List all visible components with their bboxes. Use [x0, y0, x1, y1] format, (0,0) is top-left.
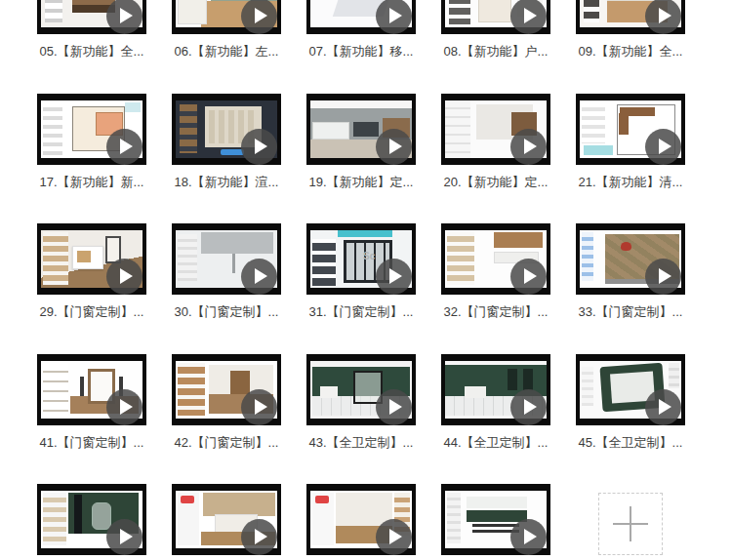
video-thumbnail[interactable]	[576, 0, 685, 34]
video-title: 29.【门窗定制】...	[37, 304, 146, 320]
play-icon	[510, 0, 547, 34]
video-thumbnail[interactable]	[306, 354, 416, 425]
video-card[interactable]: 20.【新功能】定...	[441, 94, 550, 224]
play-icon	[645, 0, 681, 34]
video-thumbnail[interactable]	[172, 0, 281, 34]
video-grid: 05.【新功能】全... 06.【新功能】左... 07.【新功能】移... 0…	[37, 0, 685, 560]
video-title: 06.【新功能】左...	[172, 44, 281, 60]
video-thumbnail[interactable]	[37, 223, 146, 295]
play-icon	[376, 259, 412, 295]
video-thumbnail[interactable]	[576, 223, 685, 295]
video-thumbnail[interactable]	[441, 0, 550, 34]
video-thumbnail[interactable]	[441, 354, 550, 425]
video-title: 43.【全卫定制】...	[306, 435, 416, 451]
video-thumbnail[interactable]	[37, 484, 146, 555]
video-title: 08.【新功能】户...	[441, 44, 550, 60]
video-thumbnail[interactable]	[306, 0, 416, 34]
video-thumbnail[interactable]	[576, 94, 685, 165]
video-card[interactable]: 07.【新功能】移...	[306, 0, 416, 94]
video-thumbnail[interactable]	[306, 484, 416, 555]
video-title: 42.【门窗定制】...	[172, 435, 281, 451]
play-icon	[510, 129, 547, 165]
video-card[interactable]	[172, 484, 281, 560]
add-video-cell	[576, 484, 685, 560]
video-card[interactable]: 43.【全卫定制】...	[306, 354, 416, 485]
add-video-button[interactable]	[598, 493, 663, 555]
video-thumbnail[interactable]	[172, 484, 281, 555]
video-thumbnail[interactable]	[306, 94, 416, 165]
video-title: 33.【门窗定制】...	[576, 304, 685, 320]
play-icon	[376, 0, 412, 34]
video-card[interactable]: 42.【门窗定制】...	[172, 354, 281, 485]
play-icon	[241, 129, 277, 165]
plus-icon	[630, 506, 631, 541]
play-icon	[106, 0, 142, 34]
video-card[interactable]: 44.【全卫定制】...	[441, 354, 550, 485]
play-icon	[510, 389, 547, 425]
video-card[interactable]: 18.【新功能】渲...	[172, 94, 281, 224]
video-title: 21.【新功能】清...	[576, 175, 685, 190]
video-card[interactable]: 08.【新功能】户...	[441, 0, 550, 94]
play-icon	[510, 519, 547, 555]
play-icon	[106, 389, 142, 425]
video-title: 05.【新功能】全...	[37, 44, 146, 60]
play-icon	[645, 129, 681, 165]
play-icon	[241, 519, 277, 555]
video-thumbnail[interactable]	[172, 354, 281, 425]
video-title: 30.【门窗定制】...	[172, 304, 281, 320]
watermark-text: Sc	[363, 251, 375, 261]
video-thumbnail[interactable]	[172, 94, 281, 165]
video-card[interactable]: 33.【门窗定制】...	[576, 223, 685, 354]
video-card[interactable]: 45.【全卫定制】...	[576, 354, 685, 485]
video-thumbnail[interactable]	[37, 94, 146, 165]
video-card[interactable]	[441, 484, 550, 560]
video-thumbnail[interactable]	[37, 0, 146, 34]
video-card[interactable]: 21.【新功能】清...	[576, 94, 685, 224]
video-card[interactable]: 29.【门窗定制】...	[37, 223, 146, 354]
play-icon	[645, 389, 681, 425]
video-card[interactable]: 06.【新功能】左...	[172, 0, 281, 94]
play-icon	[376, 519, 412, 555]
video-thumbnail[interactable]	[576, 354, 685, 425]
video-thumbnail[interactable]	[37, 354, 146, 425]
video-thumbnail[interactable]	[441, 223, 550, 295]
video-thumbnail[interactable]	[172, 223, 281, 295]
video-card[interactable]	[306, 484, 416, 560]
play-icon	[241, 389, 277, 425]
video-card[interactable]: 17.【新功能】新...	[37, 94, 146, 224]
play-icon	[241, 259, 277, 295]
video-title: 20.【新功能】定...	[441, 175, 550, 190]
play-icon	[645, 259, 681, 295]
video-card[interactable]	[37, 484, 146, 560]
video-title: 31.【门窗定制】...	[306, 304, 416, 320]
video-card[interactable]: Sc 31.【门窗定制】...	[306, 223, 416, 354]
video-title: 19.【新功能】定...	[306, 175, 416, 190]
video-title: 41.【门窗定制】...	[37, 435, 146, 451]
video-card[interactable]: 05.【新功能】全...	[37, 0, 146, 94]
play-icon	[106, 259, 142, 295]
video-thumbnail[interactable]: Sc	[306, 223, 416, 295]
video-card[interactable]: 41.【门窗定制】...	[37, 354, 146, 485]
play-icon	[510, 259, 547, 295]
video-card[interactable]: 19.【新功能】定...	[306, 94, 416, 224]
video-card[interactable]: 09.【新功能】全...	[576, 0, 685, 94]
play-icon	[241, 0, 277, 34]
video-title: 45.【全卫定制】...	[576, 435, 685, 451]
video-thumbnail[interactable]	[441, 484, 550, 555]
video-title: 09.【新功能】全...	[576, 44, 685, 60]
video-title: 18.【新功能】渲...	[172, 175, 281, 190]
play-icon	[376, 129, 412, 165]
video-card[interactable]: 32.【门窗定制】...	[441, 223, 550, 354]
video-title: 44.【全卫定制】...	[441, 435, 550, 451]
video-card[interactable]: 30.【门窗定制】...	[172, 223, 281, 354]
play-icon	[376, 389, 412, 425]
play-icon	[106, 129, 142, 165]
video-title: 32.【门窗定制】...	[441, 304, 550, 320]
video-title: 17.【新功能】新...	[37, 175, 146, 190]
play-icon	[106, 519, 142, 555]
video-thumbnail[interactable]	[441, 94, 550, 165]
video-title: 07.【新功能】移...	[306, 44, 416, 60]
